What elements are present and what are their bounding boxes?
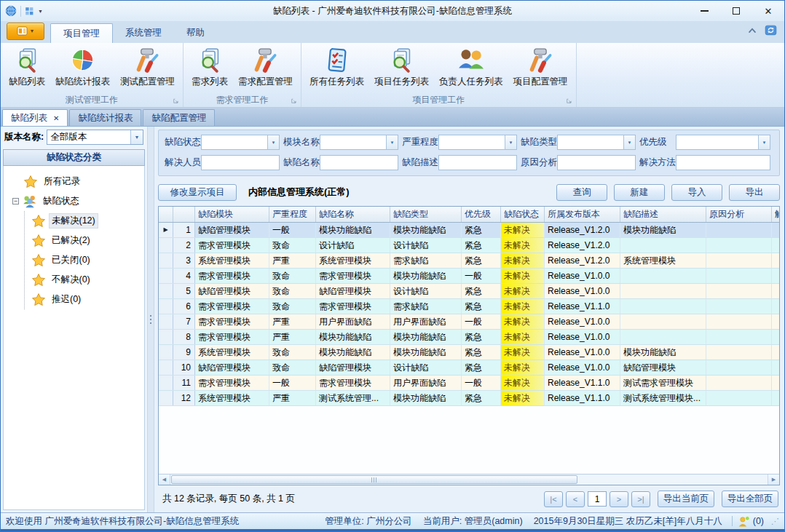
column-header[interactable]: 缺陷模块 bbox=[195, 207, 269, 222]
ribbon-button[interactable]: 项目任务列表 bbox=[369, 45, 434, 93]
ribbon-button[interactable]: 负责人任务列表 bbox=[434, 45, 508, 93]
scroll-left-icon[interactable]: ◀ bbox=[159, 475, 170, 485]
ribbon-tab[interactable]: 帮助 bbox=[174, 23, 217, 43]
ribbon-button[interactable]: 项目配置管理 bbox=[508, 45, 573, 93]
column-header[interactable]: 优先级 bbox=[462, 207, 501, 222]
ribbon-tab[interactable]: 项目管理 bbox=[50, 23, 113, 43]
column-header[interactable]: 所属发布版本 bbox=[545, 207, 620, 222]
filter-dropdown[interactable]: ▼ bbox=[676, 135, 770, 150]
ribbon-tab[interactable]: 系统管理 bbox=[113, 23, 174, 43]
launcher-icon[interactable] bbox=[566, 98, 572, 104]
tree-item[interactable]: 推迟(0) bbox=[31, 290, 144, 309]
close-button[interactable]: ✕ bbox=[752, 1, 784, 21]
filter-dropdown[interactable]: ▼ bbox=[201, 135, 280, 150]
ribbon-button[interactable]: 缺陷统计报表 bbox=[50, 45, 115, 93]
expand-toggle[interactable]: − bbox=[12, 198, 19, 205]
minimize-button[interactable] bbox=[688, 1, 720, 21]
collapse-ribbon-icon[interactable] bbox=[747, 26, 757, 33]
column-header[interactable]: 缺陷描述 bbox=[620, 207, 706, 222]
new-button[interactable]: 新建 bbox=[614, 184, 665, 201]
table-row[interactable]: 4需求管理模块致命需求管理模块模块功能缺陷一般未解决Release_V1.0.0 bbox=[159, 269, 779, 284]
table-row[interactable]: 8需求管理模块严重模块功能缺陷模块功能缺陷紧急未解决Release_V1.0.0 bbox=[159, 330, 779, 345]
tree-item[interactable]: 未解决(12) bbox=[31, 211, 144, 231]
table-row[interactable]: 5缺陷管理模块致命缺陷管理模块设计缺陷紧急未解决Release_V1.0.0 bbox=[159, 284, 779, 299]
filter-input[interactable] bbox=[438, 155, 517, 170]
document-tab[interactable]: 缺陷统计报表 bbox=[69, 109, 141, 126]
column-header[interactable]: 缺陷状态 bbox=[501, 207, 545, 222]
tree-item[interactable]: 所有记录 bbox=[12, 172, 144, 191]
table-row[interactable]: 6需求管理模块致命需求管理模块需求缺陷紧急未解决Release_V1.1.0 bbox=[159, 299, 779, 314]
version-select[interactable]: 全部版本 ▼ bbox=[47, 130, 143, 145]
filter-input[interactable] bbox=[320, 155, 398, 170]
first-page-button[interactable]: |< bbox=[544, 491, 563, 507]
close-icon[interactable]: ✕ bbox=[53, 114, 59, 122]
style-switcher-icon[interactable] bbox=[765, 24, 777, 36]
last-page-button[interactable]: >| bbox=[631, 491, 650, 507]
table-row[interactable]: 9系统管理模块致命模块功能缺陷模块功能缺陷紧急未解决Release_V1.0.0… bbox=[159, 345, 779, 360]
column-header[interactable]: 解决方法 bbox=[772, 207, 779, 222]
table-row[interactable]: 7需求管理模块严重用户界面缺陷用户界面缺陷一般未解决Release_V1.0.0 bbox=[159, 314, 779, 330]
table-row[interactable]: 3系统管理模块严重系统管理模块需求缺陷紧急未解决Release_V1.2.0系统… bbox=[159, 253, 779, 269]
current-user-text: 当前用户: 管理员(admin) bbox=[423, 515, 523, 528]
resize-grip-icon[interactable]: ⋰ bbox=[771, 517, 779, 526]
document-tab[interactable]: 缺陷列表✕ bbox=[2, 109, 68, 126]
horizontal-scrollbar[interactable]: ◀ ▶ bbox=[159, 474, 779, 485]
filter-dropdown[interactable]: ▼ bbox=[438, 135, 517, 150]
filter-input[interactable] bbox=[676, 155, 770, 170]
query-button[interactable]: 查询 bbox=[556, 184, 607, 201]
table-row[interactable]: 11需求管理模块一般需求管理模块用户界面缺陷一般未解决Release_V1.1.… bbox=[159, 376, 779, 391]
ribbon-button[interactable]: 缺陷列表 bbox=[4, 45, 50, 93]
scroll-right-icon[interactable]: ▶ bbox=[768, 475, 779, 485]
modify-display-items-button[interactable]: 修改显示项目 bbox=[158, 184, 237, 201]
column-header[interactable]: 原因分析 bbox=[706, 207, 772, 222]
ribbon-right-icons bbox=[747, 24, 784, 41]
filter-field: 解决方法 bbox=[639, 155, 770, 170]
splitter-grip-icon bbox=[150, 315, 151, 324]
filter-input[interactable] bbox=[557, 155, 636, 170]
column-header[interactable]: 缺陷类型 bbox=[390, 207, 462, 222]
next-page-button[interactable]: > bbox=[610, 491, 628, 507]
table-row[interactable]: 2需求管理模块致命设计缺陷设计缺陷紧急未解决Release_V1.2.0 bbox=[159, 238, 779, 253]
export-current-page-button[interactable]: 导出当前页 bbox=[658, 491, 714, 507]
table-row[interactable]: ▶1缺陷管理模块一般模块功能缺陷模块功能缺陷紧急未解决Release_V1.2.… bbox=[159, 223, 779, 238]
action-row: 修改显示项目 内部信息管理系统(正常) 查询 新建 导入 导出 bbox=[158, 181, 780, 203]
tree-item[interactable]: −缺陷状态 bbox=[12, 191, 144, 211]
page-number-input[interactable] bbox=[588, 491, 607, 507]
prev-page-button[interactable]: < bbox=[566, 491, 585, 507]
quick-access-icon[interactable] bbox=[25, 7, 34, 16]
table-cell: 未解决 bbox=[501, 330, 545, 344]
row-number: 9 bbox=[173, 345, 195, 360]
launcher-icon[interactable] bbox=[173, 98, 179, 104]
export-button[interactable]: 导出 bbox=[729, 184, 780, 201]
ribbon-button[interactable]: 所有任务列表 bbox=[304, 45, 369, 93]
filter-dropdown[interactable]: ▼ bbox=[320, 135, 398, 150]
table-row[interactable]: 12系统管理模块严重测试系统管理...模块功能缺陷紧急未解决Release_V1… bbox=[159, 391, 779, 406]
filter-dropdown[interactable]: ▼ bbox=[557, 135, 636, 150]
filter-field: 解决人员 bbox=[165, 155, 280, 170]
maximize-button[interactable] bbox=[720, 1, 752, 21]
tree-item[interactable]: 已解决(2) bbox=[31, 231, 144, 250]
ribbon-group: 缺陷列表缺陷统计报表测试配置管理测试管理工作 bbox=[1, 43, 184, 107]
ribbon-button[interactable]: 需求列表 bbox=[186, 45, 233, 93]
column-header[interactable]: 严重程度 bbox=[269, 207, 316, 222]
table-row[interactable]: 10缺陷管理模块致命缺陷管理模块设计缺陷紧急未解决Release_V1.0.0缺… bbox=[159, 360, 779, 376]
launcher-icon[interactable] bbox=[291, 98, 297, 104]
scrollbar-thumb[interactable] bbox=[171, 475, 577, 484]
column-header[interactable]: 缺陷名称 bbox=[316, 207, 390, 222]
import-button[interactable]: 导入 bbox=[671, 184, 722, 201]
star-icon bbox=[31, 273, 46, 287]
scrollbar-track[interactable] bbox=[170, 475, 768, 485]
tree-item[interactable]: 已关闭(0) bbox=[31, 250, 144, 270]
ribbon-button[interactable]: 需求配置管理 bbox=[233, 45, 298, 93]
online-users-icon[interactable] bbox=[738, 515, 750, 528]
export-all-pages-button[interactable]: 导出全部页 bbox=[722, 491, 778, 507]
filter-input[interactable] bbox=[201, 155, 280, 170]
table-cell: 紧急 bbox=[462, 284, 501, 298]
splitter[interactable] bbox=[148, 127, 154, 512]
filter-label: 解决人员 bbox=[165, 156, 201, 169]
chevron-down-icon[interactable]: ▼ bbox=[38, 9, 43, 14]
ribbon-button[interactable]: 测试配置管理 bbox=[115, 45, 180, 93]
tree-item[interactable]: 不解决(0) bbox=[31, 270, 144, 290]
document-tab[interactable]: 缺陷配置管理 bbox=[143, 109, 215, 126]
application-menu-button[interactable]: ▼ bbox=[7, 23, 44, 40]
